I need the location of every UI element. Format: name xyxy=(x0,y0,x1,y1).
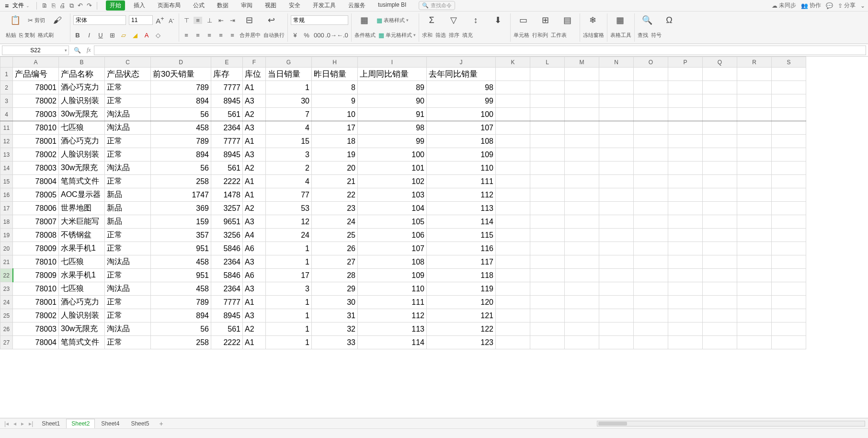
cell[interactable]: 122 xyxy=(427,323,496,336)
cell[interactable]: 正常 xyxy=(105,94,151,108)
cell[interactable]: 淘汰品 xyxy=(105,255,151,269)
collab-button[interactable]: 👥 协作 xyxy=(801,1,821,10)
cell[interactable]: 100 xyxy=(358,148,427,161)
copy-button[interactable]: ⎘复制 xyxy=(19,32,35,39)
cell[interactable] xyxy=(703,121,737,135)
cell[interactable]: 100 xyxy=(427,108,496,121)
cell[interactable]: 3257 xyxy=(211,202,243,215)
cell[interactable]: 5846 xyxy=(211,242,243,255)
cell[interactable]: 91 xyxy=(358,108,427,121)
redo-icon[interactable]: ↷ xyxy=(87,2,92,10)
cell[interactable]: 正常 xyxy=(105,336,151,349)
cell[interactable]: A2 xyxy=(243,323,266,336)
cell[interactable] xyxy=(565,148,599,161)
cell[interactable] xyxy=(530,296,565,309)
cell[interactable] xyxy=(530,269,565,282)
ribbon-tab-2[interactable]: 页面布局 xyxy=(154,0,184,11)
cell[interactable]: 78006 xyxy=(13,202,59,215)
cell[interactable]: 103 xyxy=(358,188,427,202)
cell[interactable] xyxy=(737,255,772,269)
cell[interactable] xyxy=(703,282,737,296)
cell[interactable] xyxy=(599,161,634,175)
cell[interactable] xyxy=(737,296,772,309)
cell[interactable]: 2222 xyxy=(211,336,243,349)
cell[interactable]: 淘汰品 xyxy=(105,108,151,121)
cell[interactable]: 78002 xyxy=(13,309,59,323)
cell[interactable]: 108 xyxy=(427,135,496,148)
cell[interactable]: 78005 xyxy=(13,188,59,202)
cell[interactable]: 2364 xyxy=(211,255,243,269)
cell[interactable] xyxy=(703,269,737,282)
row-header[interactable]: 11 xyxy=(0,121,13,135)
row-header[interactable]: 20 xyxy=(0,242,13,255)
cell[interactable] xyxy=(668,94,703,108)
tab-nav-last[interactable]: ▸| xyxy=(27,420,34,427)
cell[interactable]: 笔筒式文件 xyxy=(59,175,105,188)
underline-button[interactable]: U xyxy=(96,32,105,39)
cell[interactable]: 109 xyxy=(427,148,496,161)
cell[interactable] xyxy=(772,282,806,296)
cell[interactable]: 正常 xyxy=(105,148,151,161)
ribbon-tab-1[interactable]: 插入 xyxy=(130,0,149,11)
cell[interactable]: 世界地图 xyxy=(59,202,105,215)
increase-decimal-button[interactable]: .0→ xyxy=(325,32,334,39)
row-header[interactable]: 14 xyxy=(0,161,13,175)
cell[interactable]: 56 xyxy=(151,323,211,336)
cell[interactable] xyxy=(737,336,772,349)
row-header[interactable]: 3 xyxy=(0,94,13,108)
cell[interactable]: 26 xyxy=(312,242,358,255)
cell[interactable]: 98 xyxy=(358,121,427,135)
cell[interactable] xyxy=(496,242,530,255)
cell[interactable]: 水果手机1 xyxy=(59,269,105,282)
column-header-F[interactable]: F xyxy=(243,57,266,68)
command-search[interactable]: 🔍 查找命令 xyxy=(419,1,455,10)
table-style-button[interactable]: ▦表格样式▾ xyxy=(377,17,409,24)
cell[interactable] xyxy=(703,175,737,188)
cell[interactable] xyxy=(668,188,703,202)
cell[interactable] xyxy=(565,135,599,148)
cell[interactable] xyxy=(530,94,565,108)
cell[interactable] xyxy=(565,188,599,202)
cell[interactable]: A1 xyxy=(243,81,266,94)
cell[interactable]: 新品 xyxy=(105,188,151,202)
cell[interactable] xyxy=(737,68,772,81)
cell[interactable] xyxy=(772,202,806,215)
cell[interactable]: 98 xyxy=(427,81,496,94)
chevron-down-icon[interactable]: ▾ xyxy=(65,48,67,53)
justify-button[interactable]: ≡ xyxy=(217,32,225,39)
cell[interactable] xyxy=(496,309,530,323)
column-header-N[interactable]: N xyxy=(599,57,634,68)
cell[interactable] xyxy=(634,282,668,296)
column-header-K[interactable]: K xyxy=(496,57,530,68)
cell[interactable]: 1478 xyxy=(211,188,243,202)
cell[interactable] xyxy=(703,215,737,229)
chat-icon[interactable]: 💬 xyxy=(826,2,833,9)
cell[interactable]: 112 xyxy=(427,188,496,202)
cell[interactable]: A3 xyxy=(243,255,266,269)
cell[interactable]: A1 xyxy=(243,175,266,188)
cell[interactable] xyxy=(772,68,806,81)
cell[interactable] xyxy=(530,121,565,135)
row-header[interactable]: 1 xyxy=(0,68,13,81)
cell[interactable] xyxy=(772,229,806,242)
cell[interactable] xyxy=(668,269,703,282)
cell[interactable]: 116 xyxy=(427,242,496,255)
tab-nav-prev[interactable]: ◂ xyxy=(12,420,18,427)
font-name-select[interactable] xyxy=(73,15,126,25)
cell[interactable] xyxy=(530,68,565,81)
cell[interactable] xyxy=(634,188,668,202)
cell[interactable] xyxy=(634,269,668,282)
cell[interactable]: 24 xyxy=(312,215,358,229)
conditional-format-button[interactable]: ▦ xyxy=(354,15,374,25)
row-header[interactable]: 18 xyxy=(0,215,13,229)
ribbon-tab-10[interactable]: tusimple BI xyxy=(374,0,410,11)
cell[interactable]: 七匹狼 xyxy=(59,121,105,135)
cell[interactable]: 大米巨能写 xyxy=(59,215,105,229)
cell[interactable] xyxy=(772,242,806,255)
cell[interactable] xyxy=(634,161,668,175)
cell[interactable] xyxy=(703,309,737,323)
cell[interactable] xyxy=(599,255,634,269)
cell[interactable]: 产品编号 xyxy=(13,68,59,81)
cell[interactable]: 2222 xyxy=(211,175,243,188)
cell[interactable] xyxy=(634,108,668,121)
